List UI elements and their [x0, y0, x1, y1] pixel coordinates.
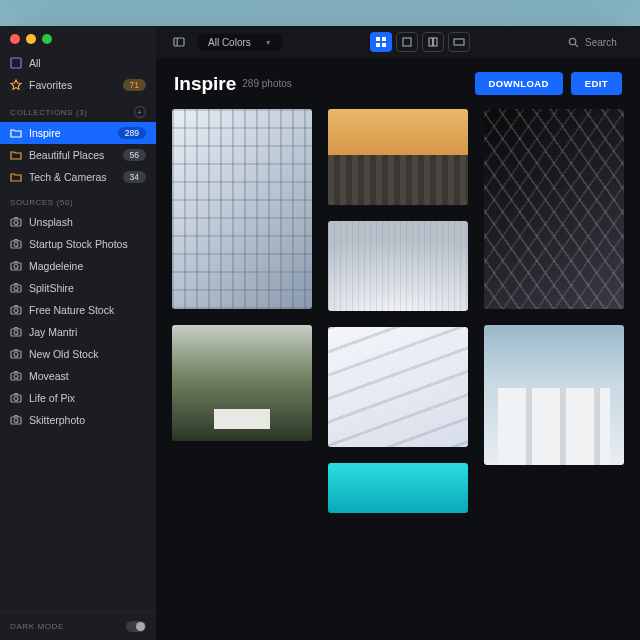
- camera-icon: [10, 326, 22, 338]
- folder-icon: [10, 127, 22, 139]
- svg-line-32: [575, 44, 578, 47]
- svg-rect-0: [11, 58, 21, 68]
- camera-icon: [10, 260, 22, 272]
- sidebar-label: All: [29, 57, 41, 69]
- edit-button[interactable]: EDIT: [571, 72, 622, 95]
- view-wide-button[interactable]: [448, 32, 470, 52]
- sidebar-source-item[interactable]: Jay Mantri: [0, 321, 156, 343]
- photo-thumbnail[interactable]: [172, 109, 312, 309]
- camera-icon: [10, 392, 22, 404]
- photo-thumbnail[interactable]: [328, 221, 468, 311]
- sidebar-source-item[interactable]: Life of Pix: [0, 387, 156, 409]
- page-title: Inspire: [174, 73, 236, 95]
- sidebar-label: Beautiful Places: [29, 149, 104, 161]
- svg-rect-30: [454, 39, 464, 45]
- page-header: Inspire 289 photos DOWNLOAD EDIT: [156, 58, 640, 103]
- photo-thumbnail[interactable]: [172, 325, 312, 441]
- sidebar: All Favorites 71 COLLECTIONS (3) + Inspi…: [0, 26, 156, 640]
- colors-dropdown[interactable]: All Colors ▼: [198, 34, 282, 51]
- svg-rect-27: [403, 38, 411, 46]
- sidebar-source-item[interactable]: Skitterphoto: [0, 409, 156, 431]
- svg-point-12: [14, 331, 18, 335]
- sidebar-label: Jay Mantri: [29, 326, 77, 338]
- header-actions: DOWNLOAD EDIT: [475, 72, 622, 95]
- svg-rect-25: [376, 43, 380, 47]
- search-input[interactable]: Search: [558, 34, 628, 51]
- svg-point-31: [569, 38, 575, 44]
- dark-mode-label: DARK MODE: [10, 622, 64, 631]
- camera-icon: [10, 370, 22, 382]
- sidebar-item-tech-cameras[interactable]: Tech & Cameras 34: [0, 166, 156, 188]
- sidebar-source-item[interactable]: Magdeleine: [0, 255, 156, 277]
- sidebar-source-item[interactable]: Startup Stock Photos: [0, 233, 156, 255]
- close-button[interactable]: [10, 34, 20, 44]
- photo-thumbnail[interactable]: [484, 109, 624, 309]
- sidebar-label: Free Nature Stock: [29, 304, 114, 316]
- view-single-button[interactable]: [396, 32, 418, 52]
- download-button[interactable]: DOWNLOAD: [475, 72, 563, 95]
- toolbar: All Colors ▼ Sear: [156, 26, 640, 58]
- svg-point-14: [14, 353, 18, 357]
- svg-rect-28: [429, 38, 433, 46]
- sidebar-label: Inspire: [29, 127, 61, 139]
- camera-icon: [10, 238, 22, 250]
- count-badge: 289: [118, 127, 146, 139]
- sidebar-label: Favorites: [29, 79, 72, 91]
- folder-icon: [10, 171, 22, 183]
- count-badge: 56: [123, 149, 146, 161]
- sidebar-source-item[interactable]: New Old Stock: [0, 343, 156, 365]
- sidebar-source-item[interactable]: Moveast: [0, 365, 156, 387]
- camera-icon: [10, 304, 22, 316]
- sidebar-item-beautiful-places[interactable]: Beautiful Places 56: [0, 144, 156, 166]
- camera-icon: [10, 282, 22, 294]
- collections-header-label: COLLECTIONS (3): [10, 108, 87, 117]
- sidebar-label: Life of Pix: [29, 392, 75, 404]
- photo-thumbnail[interactable]: [328, 109, 468, 205]
- svg-rect-29: [433, 38, 437, 46]
- svg-point-4: [14, 243, 18, 247]
- svg-point-16: [14, 375, 18, 379]
- view-columns-button[interactable]: [422, 32, 444, 52]
- sources-header: SOURCES (50): [0, 188, 156, 211]
- main-content: All Colors ▼ Sear: [156, 26, 640, 640]
- sidebar-label: Tech & Cameras: [29, 171, 107, 183]
- page-subtitle: 289 photos: [242, 78, 292, 89]
- sidebar-label: Startup Stock Photos: [29, 238, 128, 250]
- sidebar-source-item[interactable]: SplitShire: [0, 277, 156, 299]
- sidebar-label: Moveast: [29, 370, 69, 382]
- svg-rect-23: [376, 37, 380, 41]
- dark-mode-row: DARK MODE: [0, 612, 156, 640]
- svg-point-2: [14, 221, 18, 225]
- dark-mode-toggle[interactable]: [126, 621, 146, 632]
- sidebar-item-favorites[interactable]: Favorites 71: [0, 74, 156, 96]
- sidebar-item-all[interactable]: All: [0, 52, 156, 74]
- svg-point-8: [14, 287, 18, 291]
- star-icon: [10, 79, 22, 91]
- sidebar-toggle-button[interactable]: [168, 32, 190, 52]
- view-grid-button[interactable]: [370, 32, 392, 52]
- sidebar-source-item[interactable]: Free Nature Stock: [0, 299, 156, 321]
- maximize-button[interactable]: [42, 34, 52, 44]
- grid-icon: [10, 57, 22, 69]
- sidebar-item-inspire[interactable]: Inspire 289: [0, 122, 156, 144]
- svg-point-20: [14, 419, 18, 423]
- svg-rect-26: [382, 43, 386, 47]
- app-window: All Favorites 71 COLLECTIONS (3) + Inspi…: [0, 26, 640, 640]
- photo-grid: [156, 103, 640, 640]
- sidebar-label: Magdeleine: [29, 260, 83, 272]
- sidebar-label: Unsplash: [29, 216, 73, 228]
- sources-header-label: SOURCES (50): [10, 198, 73, 207]
- add-collection-button[interactable]: +: [134, 106, 146, 118]
- camera-icon: [10, 348, 22, 360]
- photo-thumbnail[interactable]: [328, 327, 468, 447]
- collections-header: COLLECTIONS (3) +: [0, 96, 156, 122]
- svg-rect-21: [174, 38, 184, 46]
- photo-thumbnail[interactable]: [328, 463, 468, 513]
- svg-point-6: [14, 265, 18, 269]
- folder-icon: [10, 149, 22, 161]
- sidebar-label: New Old Stock: [29, 348, 98, 360]
- search-placeholder: Search: [585, 37, 617, 48]
- photo-thumbnail[interactable]: [484, 325, 624, 465]
- sidebar-source-item[interactable]: Unsplash: [0, 211, 156, 233]
- minimize-button[interactable]: [26, 34, 36, 44]
